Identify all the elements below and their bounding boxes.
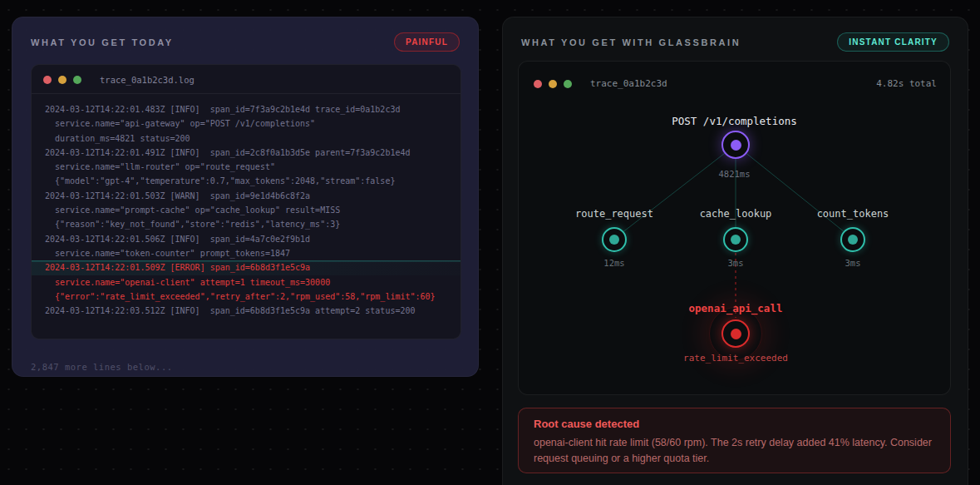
log-terminal-window: trace_0a1b2c3d.log 2024-03-12T14:22:01.4… — [31, 64, 461, 339]
instant-clarity-badge: INSTANT CLARITY — [837, 32, 949, 52]
log-line: service.name="llm-router" op="route_requ… — [45, 160, 447, 174]
root-span-label: POST /v1/completions — [519, 115, 950, 127]
span-duration: 3ms — [778, 258, 928, 268]
span-node[interactable] — [602, 227, 627, 252]
page-background: WHAT YOU GET TODAY PAINFUL trace_0a1b2c3… — [0, 0, 980, 485]
log-line: service.name="token-counter" prompt_toke… — [45, 246, 447, 260]
node-core-dot — [731, 329, 741, 339]
before-panel: WHAT YOU GET TODAY PAINFUL trace_0a1b2c3… — [12, 17, 479, 377]
log-line: service.name="api-gateway" op="POST /v1/… — [45, 116, 447, 131]
traffic-light-close-icon[interactable] — [43, 76, 52, 84]
traffic-light-minimize-icon[interactable] — [58, 76, 66, 84]
before-panel-title: WHAT YOU GET TODAY — [31, 37, 174, 47]
span-node[interactable] — [723, 227, 748, 252]
error-span-openai-api-call: openai_api_call rate_limit_exceeded — [661, 302, 810, 364]
trace-graph: POST /v1/completions 4821ms route_reques… — [519, 62, 950, 394]
root-span-duration: 4821ms — [519, 169, 950, 179]
log-line: {"model":"gpt-4","temperature":0.7,"max_… — [45, 174, 447, 188]
child-span-count-tokens: count_tokens 3ms — [778, 208, 928, 268]
log-output[interactable]: 2024-03-12T14:22:01.483Z [INFO] span_id=… — [32, 94, 460, 326]
painful-badge: PAINFUL — [394, 32, 460, 52]
traffic-light-zoom-icon[interactable] — [73, 76, 81, 84]
node-core-dot — [731, 235, 741, 245]
root-cause-title: Root cause detected — [534, 418, 935, 430]
log-line: 2024-03-12T14:22:01.506Z [INFO] span_id=… — [45, 232, 447, 246]
log-line: 2024-03-12T14:22:03.512Z [INFO] span_id=… — [45, 304, 447, 318]
root-cause-panel: Root cause detected openai-client hit ra… — [518, 408, 951, 473]
span-node[interactable] — [840, 227, 865, 252]
log-line: 2024-03-12T14:22:01.491Z [INFO] span_id=… — [45, 146, 447, 160]
log-line: 2024-03-12T14:22:01.483Z [INFO] span_id=… — [45, 102, 447, 116]
node-core-dot — [848, 235, 858, 245]
log-line: service.name="prompt-cache" op="cache_lo… — [45, 203, 447, 217]
log-line: 2024-03-12T14:22:01.503Z [WARN] span_id=… — [45, 189, 447, 203]
node-core-dot — [609, 235, 619, 245]
root-cause-description: openai-client hit rate limit (58/60 rpm)… — [534, 435, 935, 466]
before-panel-header: WHAT YOU GET TODAY PAINFUL — [12, 17, 478, 52]
log-line: duration_ms=4821 status=200 — [45, 131, 447, 146]
log-file-name: trace_0a1b2c3d.log — [100, 75, 195, 85]
after-panel-title: WHAT YOU GET WITH GLASSBRAIN — [521, 37, 741, 47]
terminal-titlebar: trace_0a1b2c3d.log — [32, 65, 460, 94]
node-core-dot — [731, 140, 741, 151]
log-line-error: 2024-03-12T14:22:01.509Z [ERROR] span_id… — [32, 260, 460, 275]
trace-window: trace_0a1b2c3d 4.82s total POST /v1/comp… — [518, 61, 951, 395]
after-panel-header: WHAT YOU GET WITH GLASSBRAIN INSTANT CLA… — [503, 17, 968, 52]
error-span-node[interactable] — [721, 319, 750, 348]
log-line-error: service.name="openai-client" attempt=1 t… — [45, 275, 447, 290]
span-label: count_tokens — [778, 208, 928, 220]
log-line-error: {"error":"rate_limit_exceeded","retry_af… — [45, 290, 447, 304]
after-panel: WHAT YOU GET WITH GLASSBRAIN INSTANT CLA… — [502, 17, 968, 485]
log-line: {"reason":"key_not_found","store":"redis… — [45, 217, 447, 231]
root-span-node[interactable] — [721, 131, 750, 159]
more-lines-note: 2,847 more lines below... — [31, 362, 173, 372]
